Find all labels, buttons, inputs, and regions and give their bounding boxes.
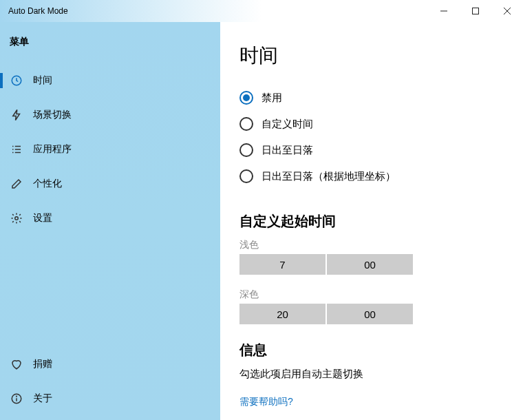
sidebar-nav: 时间 场景切换 应用程序 — [0, 63, 220, 235]
sidebar-item-label: 时间 — [33, 74, 52, 87]
light-minute-input[interactable]: 00 — [327, 254, 413, 275]
radio-label: 日出至日落 — [262, 144, 313, 157]
svg-rect-1 — [473, 8, 479, 14]
dark-time-row: 20 00 — [239, 304, 504, 324]
sidebar-item-scene[interactable]: 场景切换 — [0, 98, 220, 132]
info-text: 勾选此项启用自动主题切换 — [239, 368, 504, 381]
radio-icon — [239, 169, 253, 183]
clock-icon — [10, 74, 23, 87]
dark-label: 深色 — [239, 288, 504, 301]
radio-icon — [239, 117, 253, 131]
sidebar-item-time[interactable]: 时间 — [0, 63, 220, 98]
radio-disabled[interactable]: 禁用 — [239, 91, 504, 105]
app-body: 菜单 时间 场景切换 — [0, 22, 523, 420]
window-controls — [428, 0, 523, 22]
radio-label: 日出至日落（根据地理坐标） — [262, 170, 396, 183]
sidebar-item-label: 捐赠 — [33, 358, 52, 370]
titlebar: Auto Dark Mode — [0, 0, 523, 22]
svg-point-11 — [15, 217, 19, 220]
sidebar-header: 菜单 — [0, 22, 220, 63]
minimize-icon — [440, 8, 447, 14]
radio-custom-time[interactable]: 自定义时间 — [239, 117, 504, 131]
close-button[interactable] — [491, 0, 523, 22]
radio-sunrise-sunset[interactable]: 日出至日落 — [239, 143, 504, 157]
sidebar-item-about[interactable]: 关于 — [0, 381, 220, 416]
custom-start-heading: 自定义起始时间 — [239, 212, 504, 231]
light-hour-input[interactable]: 7 — [239, 254, 325, 275]
light-label: 浅色 — [239, 239, 504, 251]
app-window: Auto Dark Mode 菜单 时间 — [0, 0, 523, 420]
dark-hour-input[interactable]: 20 — [239, 304, 325, 324]
page-heading: 时间 — [239, 43, 504, 69]
pencil-icon — [10, 177, 23, 191]
radio-sunrise-sunset-geo[interactable]: 日出至日落（根据地理坐标） — [239, 169, 504, 183]
lightning-icon — [10, 108, 23, 122]
radio-icon — [239, 91, 253, 105]
close-icon — [504, 8, 511, 14]
sidebar-item-personalize[interactable]: 个性化 — [0, 167, 220, 201]
info-heading: 信息 — [239, 341, 504, 359]
help-link[interactable]: 需要帮助吗? — [239, 396, 504, 408]
sidebar-footer: 捐赠 关于 — [0, 347, 220, 416]
radio-label: 禁用 — [262, 92, 282, 105]
sidebar-item-label: 设置 — [33, 212, 52, 224]
radio-label: 自定义时间 — [262, 118, 313, 131]
gear-icon — [10, 211, 23, 225]
list-icon — [10, 143, 23, 156]
sidebar: 菜单 时间 场景切换 — [0, 22, 220, 420]
sidebar-item-label: 关于 — [33, 392, 52, 405]
sidebar-item-donate[interactable]: 捐赠 — [0, 347, 220, 381]
maximize-button[interactable] — [460, 0, 491, 22]
heart-icon — [10, 357, 23, 371]
info-icon — [10, 392, 23, 406]
window-title: Auto Dark Mode — [0, 6, 428, 16]
sidebar-item-label: 场景切换 — [33, 109, 72, 121]
minimize-button[interactable] — [428, 0, 460, 22]
time-mode-radio-group: 禁用 自定义时间 日出至日落 日出至日落（根据地理坐标） — [239, 91, 504, 183]
svg-point-14 — [17, 396, 17, 397]
sidebar-item-settings[interactable]: 设置 — [0, 201, 220, 235]
dark-minute-input[interactable]: 00 — [327, 304, 413, 324]
maximize-icon — [472, 8, 479, 14]
sidebar-item-label: 应用程序 — [33, 143, 72, 156]
main-content: 时间 禁用 自定义时间 日出至日落 日出至日落（根据地理坐标） — [220, 22, 523, 420]
light-time-row: 7 00 — [239, 254, 504, 275]
sidebar-item-label: 个性化 — [33, 178, 62, 190]
radio-icon — [239, 143, 253, 157]
sidebar-item-apps[interactable]: 应用程序 — [0, 132, 220, 167]
